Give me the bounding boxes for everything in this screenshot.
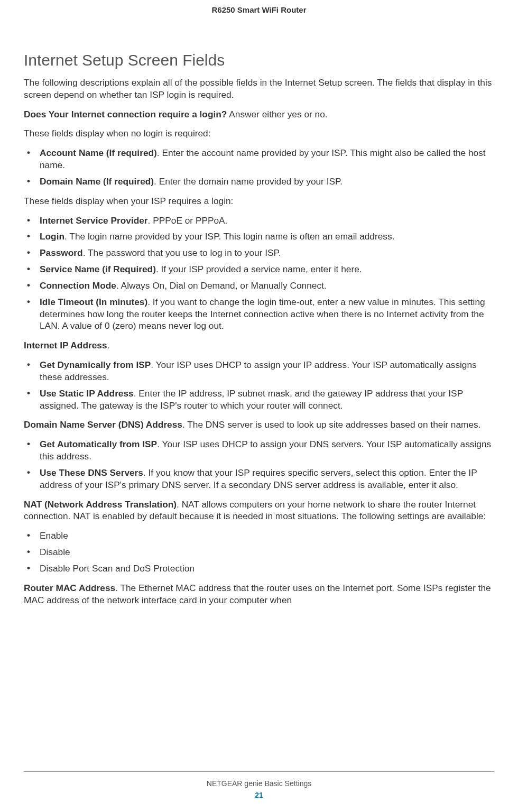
item-rest: . If your ISP provided a service name, e… xyxy=(156,264,362,274)
item-bold: Login xyxy=(40,231,64,242)
login-question: Does Your Internet connection require a … xyxy=(24,108,494,121)
item-bold: Use These DNS Servers xyxy=(40,467,143,478)
item-bold: Domain Name (If required) xyxy=(40,176,154,187)
list-item: Use Static IP Address. Enter the IP addr… xyxy=(24,387,494,412)
list-item: Use These DNS Servers. If you know that … xyxy=(24,467,494,491)
list-item: Enable xyxy=(24,530,494,542)
ip-heading: Internet IP Address. xyxy=(24,339,494,352)
item-rest: . Enter the domain name provided by your… xyxy=(154,176,343,187)
nat-list: Enable Disable Disable Port Scan and DoS… xyxy=(24,530,494,574)
list-item: Disable xyxy=(24,546,494,558)
list-item: Disable Port Scan and DoS Protection xyxy=(24,562,494,575)
mac-heading-bold: Router MAC Address xyxy=(24,583,115,593)
item-bold: Internet Service Provider xyxy=(40,215,148,226)
item-text: Enable xyxy=(40,530,68,541)
list-item: Idle Timeout (In minutes). If you want t… xyxy=(24,296,494,332)
dns-heading-bold: Domain Name Server (DNS) Address xyxy=(24,419,182,430)
mac-heading: Router MAC Address. The Ethernet MAC add… xyxy=(24,582,494,606)
dns-heading: Domain Name Server (DNS) Address. The DN… xyxy=(24,419,494,431)
nologin-list: Account Name (If required). Enter the ac… xyxy=(24,147,494,187)
item-bold: Idle Timeout (In minutes) xyxy=(40,297,147,307)
item-text: Disable Port Scan and DoS Protection xyxy=(40,563,195,574)
list-item: Account Name (If required). Enter the ac… xyxy=(24,147,494,171)
list-item: Password. The password that you use to l… xyxy=(24,247,494,259)
login-lead: These fields display when your ISP requi… xyxy=(24,195,494,207)
list-item: Domain Name (If required). Enter the dom… xyxy=(24,176,494,188)
nat-heading: NAT (Network Address Translation). NAT a… xyxy=(24,499,494,523)
doc-header: R6250 Smart WiFi Router xyxy=(24,5,494,14)
list-item: Get Dynamically from ISP. Your ISP uses … xyxy=(24,359,494,383)
intro-paragraph: The following descriptions explain all o… xyxy=(24,77,494,101)
page-footer: NETGEAR genie Basic Settings 21 xyxy=(24,771,494,799)
dns-heading-rest: . The DNS server is used to look up site… xyxy=(182,419,481,430)
item-rest: . PPPoE or PPPoA. xyxy=(148,215,228,226)
item-bold: Service Name (if Required) xyxy=(40,264,156,274)
ip-heading-bold: Internet IP Address xyxy=(24,340,107,350)
item-rest: . The login name provided by your ISP. T… xyxy=(64,231,394,242)
nat-heading-bold: NAT (Network Address Translation) xyxy=(24,499,177,510)
item-bold: Password xyxy=(40,247,83,258)
login-list: Internet Service Provider. PPPoE or PPPo… xyxy=(24,215,494,333)
item-bold: Get Automatically from ISP xyxy=(40,439,157,449)
footer-title: NETGEAR genie Basic Settings xyxy=(24,779,494,788)
footer-page-number: 21 xyxy=(24,791,494,799)
item-rest: . The password that you use to log in to… xyxy=(83,247,281,258)
ip-heading-rest: . xyxy=(107,340,110,350)
item-bold: Account Name (If required) xyxy=(40,147,157,158)
list-item: Service Name (if Required). If your ISP … xyxy=(24,263,494,275)
ip-list: Get Dynamically from ISP. Your ISP uses … xyxy=(24,359,494,411)
login-question-rest: Answer either yes or no. xyxy=(227,109,327,119)
list-item: Connection Mode. Always On, Dial on Dema… xyxy=(24,280,494,292)
item-rest: . Always On, Dial on Demand, or Manually… xyxy=(116,280,327,291)
dns-list: Get Automatically from ISP. Your ISP use… xyxy=(24,438,494,491)
login-question-bold: Does Your Internet connection require a … xyxy=(24,109,227,119)
item-text: Disable xyxy=(40,547,70,557)
item-bold: Use Static IP Address xyxy=(40,388,134,399)
list-item: Get Automatically from ISP. Your ISP use… xyxy=(24,438,494,463)
list-item: Login. The login name provided by your I… xyxy=(24,230,494,243)
item-bold: Get Dynamically from ISP xyxy=(40,359,151,370)
section-title: Internet Setup Screen Fields xyxy=(24,51,494,69)
nologin-lead: These fields display when no login is re… xyxy=(24,127,494,140)
list-item: Internet Service Provider. PPPoE or PPPo… xyxy=(24,215,494,227)
item-bold: Connection Mode xyxy=(40,280,116,291)
